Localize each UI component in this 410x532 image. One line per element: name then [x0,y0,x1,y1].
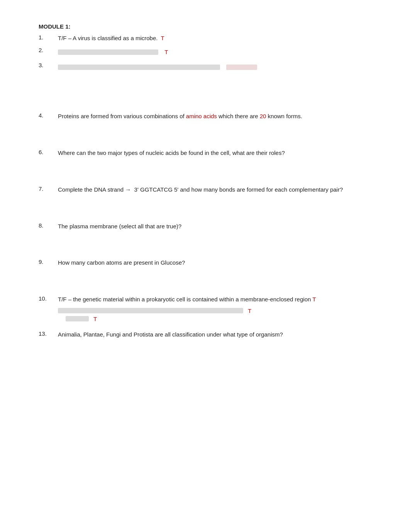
q3-number: 3. [39,61,58,68]
question-block-13: 13. Animalia, Plantae, Fungi and Protist… [39,330,379,340]
q8-number: 8. [39,222,58,229]
q9-number: 9. [39,258,58,265]
question-block-7: 7. Complete the DNA strand → 3' GGTCATCG… [39,185,379,195]
question-block-10: 10. T/F – the genetic material within a … [39,295,379,322]
q9-body: How many carbon atoms are present in Glu… [58,258,379,268]
question-block-6: 6. Where can the two major types of nucl… [39,148,379,158]
q2-answer: T [164,48,168,57]
question-block-4: 4. Proteins are formed from various comb… [39,112,379,121]
q11-12-area: T T [58,308,379,322]
q2-redacted [58,49,158,55]
question-row-10: 10. T/F – the genetic material within a … [39,295,379,304]
q4-amino-acids: amino acids [186,113,217,119]
q10-answer: T [312,296,316,303]
q11-redacted [58,308,243,313]
module-title: MODULE 1: [39,23,379,30]
q7-number: 7. [39,185,58,192]
q12-answer: T [93,316,97,322]
q2-number: 2. [39,46,58,53]
q12-redacted [66,316,89,321]
q3-redacted2 [226,65,257,70]
q4-number: 4. [39,112,58,119]
q4-number-20: 20 [260,113,266,119]
question-block-9: 9. How many carbon atoms are present in … [39,258,379,268]
questions-1-3: 1. T/F – A virus is classified as a micr… [39,34,379,73]
question-row-13: 13. Animalia, Plantae, Fungi and Protist… [39,330,379,340]
question-row-1: 1. T/F – A virus is classified as a micr… [39,34,379,43]
q1-answer: T [161,35,164,41]
question-row-8: 8. The plasma membrane (select all that … [39,222,379,231]
q6-body: Where can the two major types of nucleic… [58,148,379,158]
q6-number: 6. [39,148,58,155]
question-row-7: 7. Complete the DNA strand → 3' GGTCATCG… [39,185,379,195]
q2-body: T [58,46,379,58]
question-row-6: 6. Where can the two major types of nucl… [39,148,379,158]
question-row-2: 2. T [39,46,379,58]
q11-answer: T [248,308,251,314]
q13-body: Animalia, Plantae, Fungi and Protista ar… [58,330,379,340]
q10-number: 10. [39,295,58,302]
q8-body: The plasma membrane (select all that are… [58,222,379,231]
question-row-3: 3. [39,61,379,73]
q10-body: T/F – the genetic material within a prok… [58,295,379,304]
q1-number: 1. [39,34,58,41]
q13-number: 13. [39,330,58,337]
q1-body: T/F – A virus is classified as a microbe… [58,34,379,43]
question-row-9: 9. How many carbon atoms are present in … [39,258,379,268]
question-row-4: 4. Proteins are formed from various comb… [39,112,379,121]
question-block-8: 8. The plasma membrane (select all that … [39,222,379,231]
spacer-1 [39,81,379,112]
q4-body: Proteins are formed from various combina… [58,112,379,121]
q3-body [58,61,379,73]
q7-body: Complete the DNA strand → 3' GGTCATCG 5'… [58,185,379,195]
q3-redacted [58,65,220,70]
